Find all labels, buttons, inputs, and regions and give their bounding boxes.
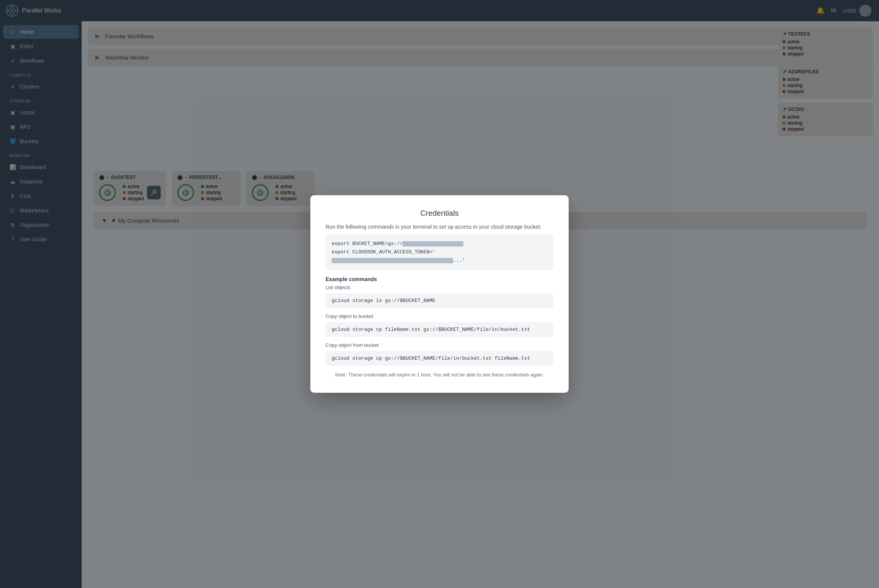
- export-bucket-line: export BUCKET_NAME=gs://: [332, 240, 547, 248]
- modal-overlay[interactable]: Credentials Run the following commands i…: [82, 21, 879, 588]
- copy-to-label: Copy object to bucket: [326, 313, 553, 319]
- copy-from-label: Copy object from bucket: [326, 342, 553, 348]
- bucket-redacted: [403, 241, 463, 247]
- modal-description: Run the following commands in your termi…: [326, 224, 553, 230]
- export-commands-block: export BUCKET_NAME=gs:// export CLOUDSDK…: [326, 234, 553, 270]
- modal-title: Credentials: [326, 209, 553, 218]
- token-redacted: [332, 258, 453, 263]
- main-content: 🔔 ✉ USER ✦ Customize ▶ Favorite Workflow…: [82, 0, 879, 588]
- example-commands-heading: Example commands: [326, 276, 553, 282]
- content-area: ✦ Customize ▶ Favorite Workflows ▶ Workf…: [82, 21, 879, 588]
- credentials-modal: Credentials Run the following commands i…: [310, 195, 569, 393]
- copy-from-command-block: gcloud storage cp gs://$BUCKET_NAME/file…: [326, 351, 553, 366]
- copy-to-command-block: gcloud storage cp fileName.txt gs://$BUC…: [326, 322, 553, 337]
- modal-note: Note: These credentials will expire in 1…: [326, 371, 553, 379]
- list-objects-label: List objects: [326, 285, 553, 290]
- list-command-block: gcloud storage ls gs://$BUCKET_NAME: [326, 293, 553, 308]
- export-token-line: export CLOUDSDK_AUTH_ACCESS_TOKEN='...': [332, 248, 547, 265]
